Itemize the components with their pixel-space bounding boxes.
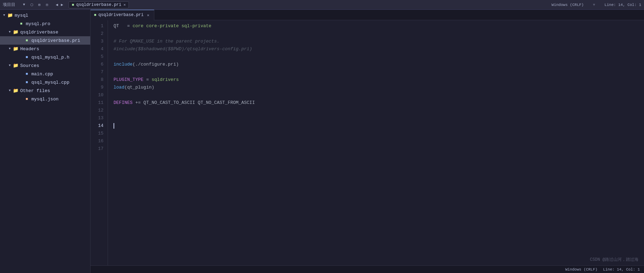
linenum-13: 13 <box>91 114 108 122</box>
linenum-16: 16 <box>91 137 108 145</box>
line-ending-indicator[interactable]: Windows (CRLF) <box>565 267 597 272</box>
nav-fwd[interactable]: ▶ <box>61 2 63 7</box>
editor-tab-qsqldriverbase-pri[interactable]: ■ qsqldriverbase.pri ✕ <box>91 10 154 20</box>
tree-item-qsql-mysql-ph[interactable]: ▶ ■ qsql_mysql_p.h <box>0 53 90 61</box>
columns-icon[interactable]: ⊞ <box>36 2 42 8</box>
token-1-1: QT <box>114 22 119 30</box>
tree-label-qsql-mysql-ph: qsql_mysql_p.h <box>31 55 69 60</box>
tree-item-qsql-mysql-cpp[interactable]: ▶ ■ qsql_mysql.cpp <box>0 78 90 86</box>
file-icon-mysql-pro: ■ <box>18 21 24 27</box>
linenum-12: 12 <box>91 107 108 114</box>
tree-label-headers: Headers <box>20 46 39 52</box>
file-icon-qsql-mysql-ph: ■ <box>24 54 30 60</box>
title-bar-left: 项目目 ▼ ⬡ ⊞ ⊟ ◀ ▶ ■ qsqldriverbase.pri ✕ <box>3 1 552 8</box>
project-label: 项目目 <box>3 2 15 8</box>
code-line-12 <box>114 107 644 114</box>
tree-item-other-files[interactable]: ▼ 📁 Other files <box>0 86 90 95</box>
code-line-10 <box>114 91 644 99</box>
linenum-7: 7 <box>91 68 108 76</box>
tree-item-headers[interactable]: ▼ 📁 Headers <box>0 45 90 53</box>
code-editor[interactable]: 1 2 3 4 5 6 7 8 9 10 11 12 13 14 15 16 1… <box>91 20 644 265</box>
active-tab-pill[interactable]: ■ qsqldriverbase.pri ✕ <box>69 1 129 8</box>
tree-label-main-cpp: main.cpp <box>31 71 53 77</box>
title-bar: 项目目 ▼ ⬡ ⊞ ⊟ ◀ ▶ ■ qsqldriverbase.pri ✕ W… <box>0 0 644 10</box>
editor-area: ■ qsqldriverbase.pri ✕ 1 2 3 4 5 6 7 8 9… <box>91 10 644 273</box>
tree-item-qsqldriverbase-pri[interactable]: ▶ ■ qsqldriverbase.pri <box>0 36 90 45</box>
token-3-1: # For QMAKE_USE in the parent projects. <box>114 38 219 45</box>
arrow-other-files: ▼ <box>7 88 13 93</box>
code-line-16 <box>114 137 644 145</box>
code-line-11: DEFINES += QT_NO_CAST_TO_ASCII QT_NO_CAS… <box>114 99 644 107</box>
line-numbers: 1 2 3 4 5 6 7 8 9 10 11 12 13 14 15 16 1… <box>91 20 108 265</box>
file-icon-mysql-json: ■ <box>24 96 30 102</box>
token-8-1: PLUGIN_TYPE <box>114 76 143 84</box>
code-line-9: load (qt_plugin) <box>114 84 644 91</box>
token-6-2: (./configure.pri) <box>133 61 179 68</box>
code-line-1: QT = core core-private sql-private <box>114 22 644 30</box>
separator: ▼ <box>593 3 595 7</box>
filter-icon[interactable]: ▼ <box>21 2 27 8</box>
code-content[interactable]: QT = core core-private sql-private # For… <box>108 20 644 265</box>
file-icon-qsql-mysql-cpp: ■ <box>24 79 30 85</box>
tab-bar: ■ qsqldriverbase.pri ✕ <box>91 10 644 20</box>
tree-label-qsqldriverbase-pri: qsqldriverbase.pri <box>31 38 80 43</box>
code-line-15 <box>114 130 644 137</box>
arrow-qsqldriverbase: ▼ <box>7 29 13 35</box>
link-icon[interactable]: ⬡ <box>29 2 35 8</box>
linenum-9: 9 <box>91 84 108 91</box>
token-9-2: (qt_plugin) <box>124 84 154 91</box>
folder-icon-headers: 📁 <box>13 46 19 52</box>
arrow-sources: ▼ <box>7 63 13 68</box>
linenum-8: 8 <box>91 76 108 84</box>
text-cursor <box>114 123 114 129</box>
code-line-5 <box>114 53 644 61</box>
arrow-mysql: ▼ <box>1 13 7 18</box>
tree-label-other-files: Other files <box>20 88 50 93</box>
tree-label-sources: Sources <box>20 63 39 68</box>
tree-item-main-cpp[interactable]: ▶ ■ main.cpp <box>0 70 90 78</box>
tree-item-mysql-pro[interactable]: ▶ ■ mysql.pro <box>0 20 90 28</box>
code-line-8: PLUGIN_TYPE = sqldrivers <box>114 76 644 84</box>
code-line-4: #include($$shadowed($$PWD)/qtsqldrivers-… <box>114 45 644 53</box>
token-9-1: load <box>114 84 124 91</box>
status-bar: Windows (CRLF) Line: 14, Col: 1 <box>91 265 644 273</box>
linenum-5: 5 <box>91 53 108 61</box>
tab-close-icon[interactable]: ✕ <box>123 2 126 7</box>
linenum-2: 2 <box>91 30 108 38</box>
file-icon-qsqldriverbase-pri: ■ <box>24 37 30 44</box>
tab-close-btn[interactable]: ✕ <box>146 13 150 17</box>
tab-label: qsqldriverbase.pri <box>99 13 144 17</box>
line-col-indicator: Line: 14, Col: 1 <box>603 267 640 272</box>
tree-item-sources[interactable]: ▼ 📁 Sources <box>0 61 90 70</box>
line-ending-status: Windows (CRLF) <box>552 3 584 7</box>
code-line-7 <box>114 68 644 76</box>
tab-file-icon: ■ <box>72 3 74 7</box>
folder-icon-other-files: 📁 <box>13 88 19 94</box>
tree-item-qsqldriverbase[interactable]: ▼ 📁 qsqldriverbase <box>0 28 90 36</box>
split-icon[interactable]: ⊟ <box>44 2 50 8</box>
code-line-13 <box>114 114 644 122</box>
tree-item-mysql[interactable]: ▼ 📁 mysql <box>0 11 90 20</box>
line-col-status: Line: 14, Col: 1 <box>604 3 641 7</box>
folder-icon-qsqldriverbase: 📁 <box>13 29 19 35</box>
code-line-2 <box>114 30 644 38</box>
token-4-1: #include($$shadowed($$PWD)/qtsqldrivers-… <box>114 45 252 53</box>
tree-item-mysql-json[interactable]: ▶ ■ mysql.json <box>0 95 90 103</box>
token-1-3: core core-private sql-private <box>133 22 211 30</box>
tab-controls: ▼ ⬡ ⊞ ⊟ <box>21 2 50 8</box>
arrow-headers: ▼ <box>7 46 13 52</box>
nav-back[interactable]: ◀ <box>56 2 58 7</box>
tree-label-mysql: mysql <box>15 13 28 18</box>
tree-label-mysql-pro: mysql.pro <box>26 21 50 26</box>
linenum-15: 15 <box>91 130 108 137</box>
token-11-3: QT_NO_CAST_TO_ASCII QT_NO_CAST_FROM_ASCI… <box>143 99 255 107</box>
token-11-2: += <box>133 99 143 107</box>
code-line-14 <box>114 122 644 130</box>
watermark: CSDN @路过山河，踏过海 <box>590 257 638 263</box>
token-8-2: = <box>143 76 152 84</box>
token-8-3: sqldrivers <box>152 76 179 84</box>
linenum-1: 1 <box>91 22 108 30</box>
linenum-4: 4 <box>91 45 108 53</box>
folder-icon-mysql: 📁 <box>7 12 13 18</box>
token-11-1: DEFINES <box>114 99 133 107</box>
